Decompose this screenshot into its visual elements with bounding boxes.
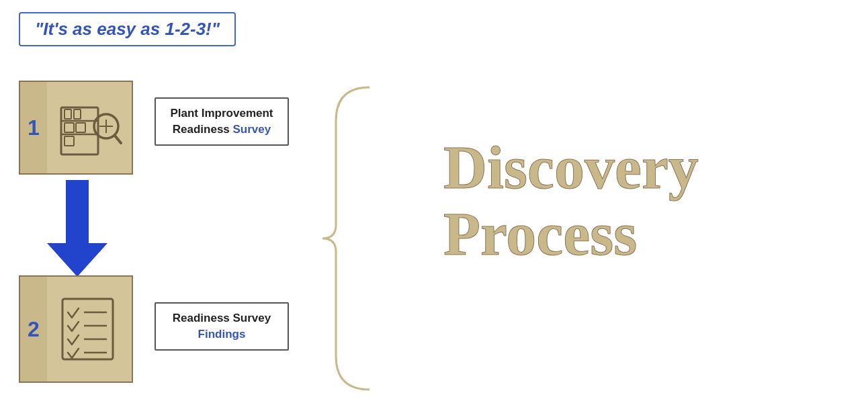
svg-rect-3 bbox=[64, 123, 74, 132]
svg-rect-5 bbox=[64, 136, 74, 146]
label-box-step1: Plant Improvement Readiness Survey bbox=[155, 97, 289, 146]
arrow-head bbox=[47, 243, 107, 277]
step1-label: Plant Improvement Readiness Survey bbox=[170, 107, 273, 136]
checklist-icon bbox=[56, 292, 123, 366]
svg-rect-6 bbox=[64, 109, 71, 119]
svg-rect-7 bbox=[74, 109, 81, 119]
arrow-shaft bbox=[66, 180, 89, 247]
step1-label-line1: Plant Improvement bbox=[170, 107, 273, 120]
step1-icon-box: 1 bbox=[19, 81, 133, 175]
svg-line-9 bbox=[115, 136, 121, 143]
step2-label-line1: Readiness Survey bbox=[173, 312, 271, 324]
discovery-process-text: Discovery Process bbox=[443, 134, 699, 267]
svg-rect-4 bbox=[76, 123, 85, 132]
step1-label-line2: Readiness bbox=[173, 123, 233, 136]
step1-icon-col bbox=[47, 82, 132, 173]
quote-box: "It's as easy as 1-2-3!" bbox=[19, 12, 236, 46]
step2-icon-box: 2 bbox=[19, 275, 133, 383]
step2-label: Readiness Survey Findings bbox=[173, 312, 271, 341]
quote-text: "It's as easy as 1-2-3!" bbox=[35, 19, 220, 39]
label-box-step2: Readiness Survey Findings bbox=[155, 302, 289, 351]
svg-rect-0 bbox=[61, 107, 98, 154]
step2-icon-col bbox=[47, 277, 132, 381]
step2-number: 2 bbox=[28, 317, 40, 342]
step2-number-col: 2 bbox=[20, 277, 47, 381]
discovery-line1: Discovery bbox=[443, 134, 699, 201]
step1-label-highlight: Survey bbox=[233, 123, 271, 136]
step1-number-col: 1 bbox=[20, 82, 47, 173]
step1-number: 1 bbox=[28, 116, 40, 140]
discovery-line2: Process bbox=[443, 201, 699, 267]
warehouse-icon bbox=[56, 94, 123, 161]
curly-brace bbox=[316, 81, 396, 390]
step2-label-highlight: Findings bbox=[198, 328, 246, 341]
